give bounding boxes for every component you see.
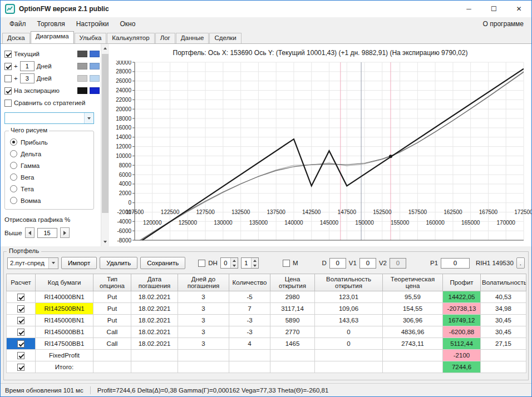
column-header[interactable]: Тип опциона — [93, 274, 131, 291]
radio-option[interactable]: Вега — [10, 171, 90, 183]
spinner-arrows[interactable] — [251, 258, 258, 268]
cell[interactable]: 4836,96 — [383, 326, 443, 338]
scroll-down-button[interactable] — [101, 237, 109, 246]
cell[interactable]: 18.02.2021 — [131, 338, 178, 350]
cell[interactable]: 18.02.2021 — [131, 291, 178, 303]
cell[interactable]: FixedProfit — [36, 350, 93, 361]
tab[interactable]: Доска — [2, 33, 30, 43]
dh-spinner-2[interactable] — [241, 257, 259, 269]
dh-spinner-1[interactable] — [220, 257, 238, 269]
cell[interactable] — [481, 361, 526, 373]
column-header[interactable]: Расчет — [7, 274, 36, 291]
cell[interactable] — [315, 361, 383, 373]
calc-cell[interactable] — [7, 350, 36, 361]
menu-item[interactable]: Файл — [4, 18, 32, 29]
calc-cell[interactable] — [7, 291, 36, 303]
cell[interactable]: -3 — [229, 315, 270, 326]
cell[interactable]: 3117,14 — [270, 303, 315, 315]
radio-button[interactable] — [10, 173, 17, 181]
scrollbar-track[interactable] — [101, 53, 109, 237]
radio-option[interactable]: Прибыль — [10, 136, 90, 148]
cell[interactable]: 5890 — [270, 315, 315, 326]
series-checkbox[interactable] — [4, 75, 12, 82]
cell[interactable]: 34,98 — [481, 303, 526, 315]
calc-cell[interactable] — [7, 326, 36, 338]
cell[interactable]: 3 — [178, 303, 229, 315]
column-header[interactable]: Дней до погашения — [178, 274, 229, 291]
cell[interactable]: 2980 — [270, 291, 315, 303]
cell[interactable]: 2743,11 — [383, 338, 443, 350]
cell[interactable]: Put — [93, 303, 131, 315]
cell[interactable]: -2100 — [443, 350, 481, 361]
p1-input[interactable] — [441, 258, 470, 269]
calc-cell[interactable] — [7, 303, 36, 315]
cell[interactable]: RI147500BB1 — [36, 338, 93, 350]
cell[interactable]: 0 — [315, 338, 383, 350]
panel-scrollbar[interactable] — [101, 44, 109, 246]
save-button[interactable]: Сохранить — [140, 257, 185, 269]
strategy-select[interactable] — [4, 112, 94, 124]
cell[interactable] — [93, 361, 131, 373]
chevron-down-icon[interactable] — [84, 113, 93, 123]
cell[interactable]: RI145000BB1 — [36, 326, 93, 338]
minimize-button[interactable]: ─ — [456, 1, 481, 17]
cell[interactable]: Call — [93, 338, 131, 350]
cell[interactable] — [270, 350, 315, 361]
column-header[interactable]: Код бумаги — [36, 274, 93, 291]
delete-button[interactable]: Удалить — [100, 257, 137, 269]
scrollbar-thumb[interactable] — [102, 54, 109, 213]
tab[interactable]: Калькулятор — [107, 33, 154, 43]
calc-cell[interactable] — [7, 361, 36, 373]
decrease-button[interactable] — [25, 227, 35, 238]
tab[interactable]: Данные — [176, 33, 209, 43]
cell[interactable]: 3 — [178, 315, 229, 326]
days-input[interactable] — [20, 73, 35, 83]
cell[interactable]: 0 — [315, 326, 383, 338]
cell[interactable]: 306,96 — [383, 315, 443, 326]
d-input[interactable] — [329, 258, 346, 269]
radio-button[interactable] — [10, 197, 17, 204]
tab[interactable]: Лог — [155, 33, 175, 43]
cell[interactable]: 3 — [178, 291, 229, 303]
cell[interactable]: -6200,88 — [443, 326, 481, 338]
cell[interactable]: 18.02.2021 — [131, 326, 178, 338]
chevron-down-icon[interactable] — [48, 258, 58, 269]
cell[interactable]: 1465 — [270, 338, 315, 350]
cell[interactable]: -20738,13 — [443, 303, 481, 315]
cell[interactable]: 123,01 — [315, 291, 383, 303]
tab[interactable]: Сделки — [209, 33, 241, 43]
days-input[interactable] — [20, 61, 35, 71]
column-header[interactable]: Волатильность — [481, 274, 526, 291]
cell[interactable] — [229, 350, 270, 361]
cell[interactable]: Итого: — [36, 361, 93, 373]
tab[interactable]: Диаграмма — [31, 31, 74, 43]
menu-item[interactable]: Окно — [115, 18, 141, 29]
cell[interactable] — [178, 361, 229, 373]
menu-item-about[interactable]: О программе — [479, 18, 528, 29]
import-button[interactable]: Импорт — [61, 257, 97, 269]
portfolio-select[interactable]: 2.пут-спред — [7, 257, 58, 269]
more-button[interactable]: . — [516, 257, 525, 269]
cell[interactable]: RI140000BN1 — [36, 291, 93, 303]
radio-option[interactable]: Вомма — [10, 195, 90, 206]
dh-spinner-2-input[interactable] — [242, 258, 251, 268]
cell[interactable] — [131, 350, 178, 361]
m-checkbox[interactable] — [283, 260, 290, 267]
cell[interactable]: Put — [93, 315, 131, 326]
dh-spinner-1-input[interactable] — [221, 258, 230, 268]
cell[interactable]: 7244,6 — [443, 361, 481, 373]
series-checkbox[interactable] — [4, 100, 12, 107]
radio-button[interactable] — [10, 138, 17, 146]
cell[interactable] — [93, 350, 131, 361]
cell[interactable]: 95,59 — [383, 291, 443, 303]
column-header[interactable]: Волатильность открытия — [315, 274, 383, 291]
tab[interactable]: Улыбка — [75, 33, 107, 43]
column-header[interactable]: Профит — [443, 274, 481, 291]
cell[interactable] — [178, 350, 229, 361]
cell[interactable] — [383, 350, 443, 361]
v1-input[interactable] — [359, 258, 376, 269]
cell[interactable]: 154,55 — [383, 303, 443, 315]
column-header[interactable]: Дата погашения — [131, 274, 178, 291]
radio-button[interactable] — [10, 150, 17, 157]
column-header[interactable]: Теоретическая цена — [383, 274, 443, 291]
